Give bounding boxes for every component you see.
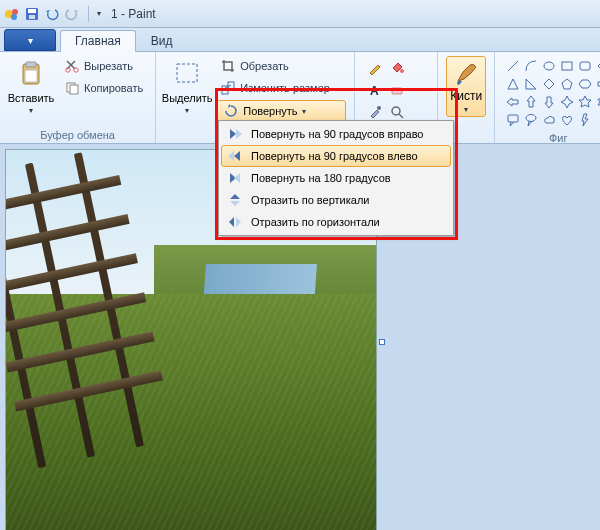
redo-icon[interactable] [64, 6, 80, 22]
shape-curve[interactable] [523, 58, 539, 74]
rotate-left-90[interactable]: Повернуть на 90 градусов влево [221, 145, 451, 167]
shape-star6[interactable] [595, 94, 600, 110]
tab-view-label: Вид [151, 34, 173, 48]
rotate-caret: ▾ [302, 107, 306, 116]
save-icon[interactable] [24, 6, 40, 22]
svg-rect-23 [580, 62, 590, 70]
tab-view[interactable]: Вид [136, 29, 188, 51]
svg-marker-27 [544, 79, 554, 89]
select-label: Выделить [162, 92, 213, 104]
rotate-right-90[interactable]: Повернуть на 90 градусов вправо [221, 123, 451, 145]
svg-rect-33 [508, 115, 518, 122]
shape-callout-oval[interactable] [523, 112, 539, 128]
shape-arrow-u[interactable] [523, 94, 539, 110]
svg-point-1 [12, 9, 18, 15]
shape-bolt[interactable] [577, 112, 593, 128]
qat-customize-caret[interactable]: ▾ [97, 9, 101, 18]
shape-triangle[interactable] [505, 76, 521, 92]
rotate-180-label: Повернуть на 180 градусов [251, 172, 391, 184]
resize-label: Изменить размер [240, 82, 330, 94]
svg-marker-43 [230, 201, 240, 206]
tab-home[interactable]: Главная [60, 30, 136, 52]
text-tool[interactable]: A [365, 80, 385, 100]
pencil-tool[interactable] [365, 58, 385, 78]
shapes-gallery[interactable] [503, 56, 600, 130]
flip-horizontal-label: Отразить по горизонтали [251, 216, 380, 228]
crop-button[interactable]: Обрезать [216, 56, 346, 76]
paste-label: Вставить [8, 92, 55, 104]
flip-vertical-label: Отразить по вертикали [251, 194, 369, 206]
shape-callout-rect[interactable] [505, 112, 521, 128]
svg-marker-36 [230, 129, 236, 139]
paste-icon [15, 58, 47, 90]
select-button[interactable]: Выделить ▾ [164, 56, 210, 117]
flip-horizontal[interactable]: Отразить по горизонтали [221, 211, 451, 233]
rotate-right-90-label: Повернуть на 90 градусов вправо [251, 128, 423, 140]
svg-rect-12 [70, 85, 78, 94]
shape-rect[interactable] [559, 58, 575, 74]
paste-button[interactable]: Вставить ▾ [8, 56, 54, 117]
copy-button[interactable]: Копировать [60, 78, 147, 98]
picker-tool[interactable] [365, 102, 385, 122]
shape-arrow-l[interactable] [505, 94, 521, 110]
rotate-menu: Повернуть на 90 градусов вправо Повернут… [218, 120, 454, 236]
shape-star4[interactable] [559, 94, 575, 110]
flip-vertical[interactable]: Отразить по вертикали [221, 189, 451, 211]
svg-marker-37 [236, 129, 242, 139]
rotate-button[interactable]: Повернуть ▾ [216, 100, 346, 122]
file-menu-button[interactable]: ▾ [4, 29, 56, 51]
svg-point-16 [400, 69, 404, 73]
svg-point-20 [392, 107, 400, 115]
svg-marker-44 [229, 217, 234, 227]
svg-marker-38 [234, 151, 240, 161]
app-icon [4, 6, 20, 22]
cut-button[interactable]: Вырезать [60, 56, 147, 76]
quick-access-toolbar: ▾ [4, 6, 101, 22]
select-caret: ▾ [185, 106, 189, 115]
svg-marker-42 [230, 194, 240, 199]
eraser-tool[interactable] [387, 80, 407, 100]
rotate-right-icon [227, 126, 243, 142]
shape-diamond[interactable] [541, 76, 557, 92]
shape-star5[interactable] [577, 94, 593, 110]
shape-polygon[interactable] [595, 58, 600, 74]
svg-marker-29 [579, 80, 591, 88]
svg-marker-45 [236, 217, 241, 227]
shape-cloud[interactable] [541, 112, 557, 128]
svg-point-21 [544, 62, 554, 70]
svg-rect-22 [562, 62, 572, 70]
shape-line[interactable] [505, 58, 521, 74]
select-icon [171, 58, 203, 90]
rotate-label: Повернуть [243, 105, 297, 117]
resize-handle-e[interactable] [379, 339, 385, 345]
shape-pentagon[interactable] [559, 76, 575, 92]
undo-icon[interactable] [44, 6, 60, 22]
resize-button[interactable]: Изменить размер [216, 78, 346, 98]
shape-roundrect[interactable] [577, 58, 593, 74]
zoom-tool[interactable] [387, 102, 407, 122]
shape-heart[interactable] [559, 112, 575, 128]
flip-vertical-icon [227, 192, 243, 208]
shape-arrow-d[interactable] [541, 94, 557, 110]
svg-marker-39 [228, 151, 234, 161]
shape-oval[interactable] [541, 58, 557, 74]
svg-point-19 [377, 106, 381, 110]
resize-icon [220, 80, 236, 96]
tab-home-label: Главная [75, 34, 121, 48]
copy-label: Копировать [84, 82, 143, 94]
fill-tool[interactable] [387, 58, 407, 78]
brush-icon [452, 59, 480, 87]
group-shapes-label: Фиг [503, 130, 600, 144]
rotate-180[interactable]: Повернуть на 180 градусов [221, 167, 451, 189]
shape-arrow-r[interactable] [595, 76, 600, 92]
group-shapes: Фиг [495, 52, 600, 143]
group-clipboard: Вставить ▾ Вырезать Копировать Буфер обм… [0, 52, 156, 143]
svg-rect-8 [25, 70, 37, 82]
svg-point-10 [74, 68, 78, 72]
ribbon-tabs: ▾ Главная Вид [0, 28, 600, 52]
shape-hexagon[interactable] [577, 76, 593, 92]
brushes-button[interactable]: Кисти ▾ [446, 56, 486, 117]
cut-icon [64, 58, 80, 74]
svg-marker-25 [508, 79, 518, 89]
shape-rtriangle[interactable] [523, 76, 539, 92]
